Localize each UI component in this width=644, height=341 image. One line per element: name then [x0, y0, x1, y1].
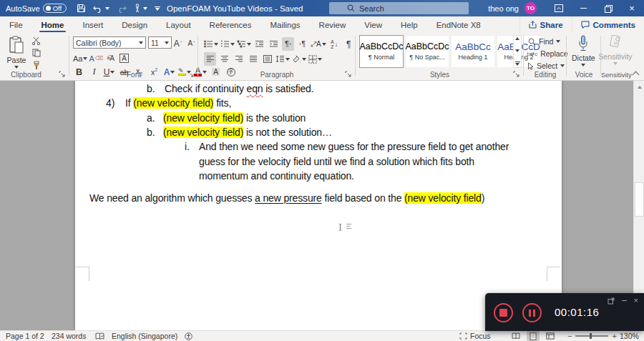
increase-indent-button[interactable]	[268, 37, 280, 51]
tab-mailings[interactable]: Mailings	[260, 16, 309, 33]
restore-button[interactable]	[595, 0, 620, 16]
scrollbar-thumb[interactable]	[635, 182, 644, 217]
find-button[interactable]: Find	[528, 36, 560, 47]
tab-help[interactable]: Help	[391, 16, 427, 33]
print-layout-icon[interactable]	[527, 331, 540, 341]
language-indicator[interactable]: English (Singapore)	[112, 331, 177, 341]
focus-button[interactable]: Focus	[459, 331, 491, 341]
paragraph-dialog-launcher[interactable]	[345, 71, 352, 78]
document-line[interactable]: b.(new velocity field) is not the soluti…	[75, 127, 562, 139]
shrink-font-button[interactable]: Aˇ	[185, 36, 197, 50]
cut-icon[interactable]	[31, 36, 41, 45]
recording-close-icon[interactable]: ×	[634, 297, 638, 305]
document-line[interactable]: guess for the velocity field until we fi…	[75, 156, 562, 169]
clear-formatting-button[interactable]: A⌫	[89, 51, 103, 65]
avatar[interactable]: TO	[525, 2, 537, 14]
align-right-button[interactable]	[233, 52, 245, 66]
replace-button[interactable]: b⇄c Replace	[527, 48, 568, 59]
document-line[interactable]: i.And then we need some new guess for th…	[75, 141, 562, 154]
tab-design[interactable]: Design	[112, 16, 157, 33]
style-no-spacing[interactable]: AaBbCcDc ¶ No Spac...	[405, 35, 449, 68]
document-line[interactable]: b.Check if continuity eqn is satisfied.	[75, 83, 562, 96]
styles-scroll-down-icon[interactable]	[515, 49, 519, 52]
select-button[interactable]: Select	[527, 60, 565, 71]
recording-minimize-icon[interactable]	[622, 300, 627, 301]
zoom-slider[interactable]	[575, 335, 608, 337]
rtl-text-direction-button[interactable]: ‹¶	[296, 37, 308, 51]
clipboard-dialog-launcher[interactable]	[59, 71, 66, 78]
titlebar-right: theo ong TO ×	[488, 0, 644, 16]
styles-gallery-scroll[interactable]	[513, 35, 522, 68]
document-line[interactable]: 4)If (new velocity field) fits,	[75, 97, 562, 110]
customize-qat-icon[interactable]	[155, 6, 160, 11]
page-indicator[interactable]: Page 1 of 2	[6, 331, 44, 341]
style-heading1[interactable]: AaBbCc Heading 1	[451, 35, 495, 68]
recording-popout-icon[interactable]	[608, 297, 615, 305]
zoom-in-icon[interactable]: +	[612, 332, 616, 340]
word-count[interactable]: 234 words	[52, 331, 86, 341]
font-name-combo[interactable]: Calibri (Body)	[73, 36, 146, 49]
share-button[interactable]: Share	[519, 16, 572, 33]
document-line[interactable]: momentum and continuity equation.	[75, 170, 562, 183]
bullets-button[interactable]	[204, 37, 218, 51]
style-normal[interactable]: AaBbCcDc ¶ Normal	[359, 35, 404, 68]
zoom-slider-thumb[interactable]	[590, 333, 592, 339]
web-layout-icon[interactable]	[544, 331, 557, 341]
tab-review[interactable]: Review	[310, 16, 356, 33]
shading-button[interactable]	[292, 52, 306, 66]
touch-mode-icon[interactable]	[134, 4, 147, 13]
show-hide-marks-button[interactable]: ¶	[343, 37, 355, 51]
proofing-status-icon[interactable]	[95, 331, 104, 341]
fit-text-button[interactable]: ⤢A	[311, 37, 326, 51]
borders-button[interactable]	[308, 52, 322, 66]
multilevel-list-button[interactable]	[237, 37, 251, 51]
tab-file[interactable]: File	[0, 16, 32, 33]
styles-scroll-up-icon[interactable]	[515, 37, 519, 40]
tab-insert[interactable]: Insert	[73, 16, 112, 33]
collapse-ribbon-icon[interactable]	[633, 70, 640, 77]
styles-gallery-more-icon[interactable]	[515, 61, 520, 66]
justify-button[interactable]	[247, 52, 259, 66]
document-line[interactable]: a.(new velocity field) is the solution	[75, 112, 562, 125]
ribbon-display-options-button[interactable]	[547, 0, 571, 16]
recording-pause-button[interactable]	[522, 303, 542, 322]
comments-button[interactable]: Comments	[572, 16, 644, 33]
distribute-button[interactable]	[261, 52, 273, 66]
font-size-combo[interactable]: 11	[148, 36, 172, 49]
tab-references[interactable]: References	[200, 16, 261, 33]
zoom-out-icon[interactable]: −	[567, 332, 572, 340]
numbering-button[interactable]	[220, 37, 235, 51]
decrease-indent-button[interactable]	[253, 37, 265, 51]
copy-icon[interactable]	[32, 49, 41, 57]
document-line[interactable]: We need an algorithm which guesses a new…	[75, 192, 562, 205]
tab-endnote[interactable]: EndNote X8	[427, 16, 490, 33]
tab-home[interactable]: Home	[32, 16, 74, 33]
autosave-toggle[interactable]: AutoSave Off	[6, 4, 67, 13]
undo-button[interactable]	[93, 4, 109, 13]
zoom-percent[interactable]: 130%	[620, 331, 639, 341]
styles-dialog-launcher[interactable]	[513, 71, 520, 78]
format-painter-icon[interactable]	[31, 61, 41, 70]
align-center-button[interactable]	[218, 52, 230, 66]
user-name[interactable]: theo ong	[488, 4, 519, 13]
read-mode-icon[interactable]	[509, 331, 522, 341]
dictate-button[interactable]: Dictate	[572, 35, 595, 66]
ltr-text-direction-button[interactable]: ¶›	[282, 37, 294, 51]
scroll-up-icon[interactable]	[634, 82, 644, 92]
tab-layout[interactable]: Layout	[157, 16, 200, 33]
sort-button[interactable]: AZ↓	[328, 37, 341, 51]
recording-stop-button[interactable]	[494, 303, 513, 322]
save-icon[interactable]	[77, 4, 86, 13]
character-border-button[interactable]: A	[118, 51, 130, 65]
phonetic-guide-button[interactable]: ᵃ̈A	[104, 51, 117, 65]
tab-view[interactable]: View	[355, 16, 391, 33]
search-box[interactable]: Search	[329, 2, 469, 14]
align-left-button[interactable]	[204, 52, 216, 66]
line-spacing-button[interactable]	[275, 52, 290, 66]
grow-font-button[interactable]: Aˆ	[172, 36, 184, 50]
minimize-button[interactable]	[571, 0, 595, 16]
font-dialog-launcher[interactable]	[187, 71, 195, 78]
accessibility-checker-icon[interactable]	[185, 331, 192, 341]
document-text: If (new velocity field) fits,	[125, 97, 231, 109]
close-button[interactable]: ×	[620, 0, 644, 16]
